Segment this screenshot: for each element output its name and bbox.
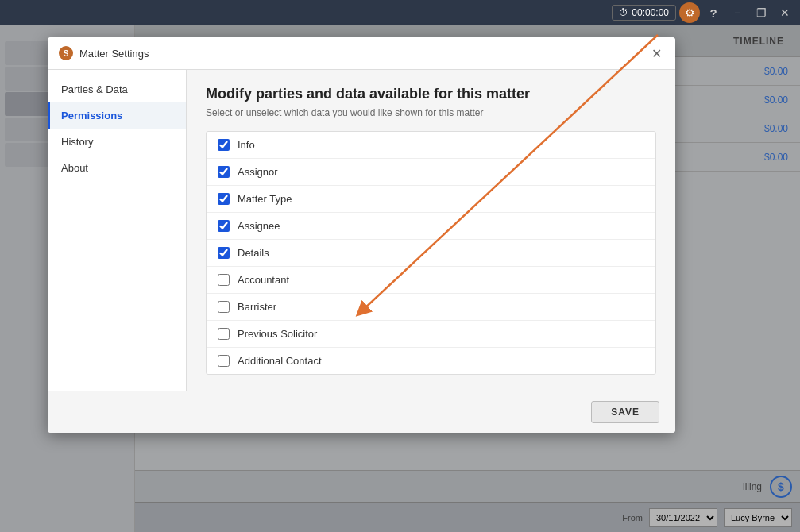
checkbox-item-matter-type: Matter Type [207,186,655,213]
app-close-button[interactable]: ✕ [775,2,795,23]
nav-item-parties-data[interactable]: Parties & Data [48,76,186,102]
checkbox-additional-contact[interactable] [218,355,230,367]
dialog-title: S Matter Settings [59,46,149,60]
checkbox-item-assignee: Assignee [207,213,655,240]
checkbox-accountant-label: Accountant [238,274,289,286]
checkbox-additional-contact-label: Additional Contact [238,355,322,367]
checkbox-assignee[interactable] [218,220,230,232]
dialog-close-button[interactable]: ✕ [648,45,664,61]
nav-item-permissions[interactable]: Permissions [48,102,186,129]
checkbox-matter-type-label: Matter Type [238,193,292,205]
checkbox-item-info: Info [207,132,655,159]
modal-overlay: S Matter Settings ✕ Parties & Data Permi… [0,25,800,532]
checkbox-barrister[interactable] [218,301,230,313]
dialog-footer: SAVE [48,391,675,433]
checkbox-item-assignor: Assignor [207,159,655,186]
top-bar: ⏱ 00:00:00 ⚙ ? − ❐ ✕ [0,0,800,25]
checkbox-item-additional-contact: Additional Contact [207,348,655,374]
minimize-button[interactable]: − [727,2,748,23]
checkbox-item-barrister: Barrister [207,294,655,321]
dialog-title-text: Matter Settings [79,48,149,60]
checkbox-info-label: Info [238,139,255,151]
dialog-titlebar: S Matter Settings ✕ [48,37,675,70]
help-button[interactable]: ? [703,2,724,23]
checkbox-assignor[interactable] [218,166,230,178]
checkbox-matter-type[interactable] [218,193,230,205]
checkbox-barrister-label: Barrister [238,301,276,313]
dialog-content: Modify parties and data available for th… [187,70,675,391]
save-button[interactable]: SAVE [591,401,659,423]
checkbox-assignee-label: Assignee [238,220,280,232]
checkbox-details-label: Details [238,247,269,259]
dialog-logo: S [59,46,73,60]
content-subtitle: Select or unselect which data you would … [206,107,656,118]
checkbox-list: Info Assignor Matter Type Assignee [206,131,656,375]
checkbox-details[interactable] [218,247,230,259]
checkbox-assignor-label: Assignor [238,166,278,178]
checkbox-accountant[interactable] [218,274,230,286]
checkbox-previous-solicitor[interactable] [218,328,230,340]
gear-button[interactable]: ⚙ [679,2,700,23]
timer-icon: ⏱ [619,7,628,18]
matter-settings-dialog: S Matter Settings ✕ Parties & Data Permi… [48,37,675,433]
checkbox-item-details: Details [207,240,655,267]
dialog-nav: Parties & Data Permissions History About [48,70,187,391]
timer-value: 00:00:00 [632,7,669,18]
nav-item-history[interactable]: History [48,129,186,155]
dialog-body: Parties & Data Permissions History About… [48,70,675,391]
checkbox-item-previous-solicitor: Previous Solicitor [207,321,655,348]
nav-item-about[interactable]: About [48,155,186,181]
checkbox-previous-solicitor-label: Previous Solicitor [238,328,317,340]
timer-display: ⏱ 00:00:00 [612,5,676,21]
checkbox-item-accountant: Accountant [207,267,655,294]
content-title: Modify parties and data available for th… [206,86,656,102]
restore-button[interactable]: ❐ [751,2,771,23]
checkbox-info[interactable] [218,139,230,151]
